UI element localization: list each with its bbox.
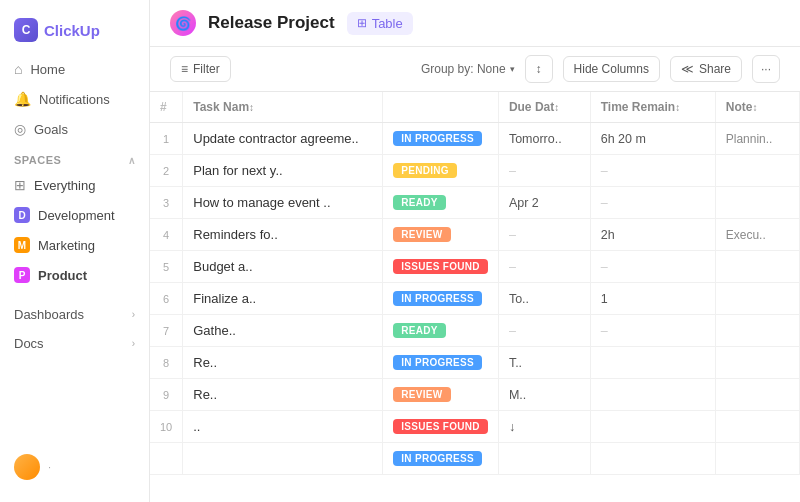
table-row[interactable]: 1Update contractor agreeme..IN PROGRESST…	[150, 123, 800, 155]
due-date-cell: –	[498, 315, 590, 347]
project-icon: 🌀	[170, 10, 196, 36]
task-name-cell[interactable]: Re..	[183, 379, 383, 411]
task-name-cell[interactable]: Plan for next y..	[183, 155, 383, 187]
sidebar-item-goals[interactable]: ◎ Goals	[0, 114, 149, 144]
app-logo[interactable]: C ClickUp	[0, 12, 149, 54]
status-badge: IN PROGRESS	[393, 291, 482, 306]
spaces-section-label: Spaces ∧	[0, 144, 149, 170]
user-avatar-area[interactable]: ·	[0, 444, 149, 490]
sidebar: C ClickUp ⌂ Home 🔔 Notifications ◎ Goals…	[0, 0, 150, 502]
notes-cell: Plannin..	[715, 123, 799, 155]
table-row[interactable]: 3How to manage event ..READYApr 2–	[150, 187, 800, 219]
row-number: 2	[150, 155, 183, 187]
row-number: 6	[150, 283, 183, 315]
row-number: 3	[150, 187, 183, 219]
table-row[interactable]: 8Re..IN PROGRESST..	[150, 347, 800, 379]
table-row[interactable]: 5Budget a..ISSUES FOUND––	[150, 251, 800, 283]
filter-label: Filter	[193, 62, 220, 76]
more-options-button[interactable]: ···	[752, 55, 780, 83]
filter-icon: ≡	[181, 62, 188, 76]
status-cell: IN PROGRESS	[383, 283, 499, 315]
space-label: Development	[38, 208, 115, 223]
due-date-cell	[498, 443, 590, 475]
sidebar-item-dashboards[interactable]: Dashboards ›	[0, 300, 149, 329]
task-name-cell[interactable]: Budget a..	[183, 251, 383, 283]
status-cell: IN PROGRESS	[383, 123, 499, 155]
col-task-name[interactable]: Task Nam↕	[183, 92, 383, 123]
avatar	[14, 454, 40, 480]
table-row[interactable]: 4Reminders fo..REVIEW–2hExecu..	[150, 219, 800, 251]
main-content: 🌀 Release Project ⊞ Table ≡ Filter Group…	[150, 0, 800, 502]
task-table-container: # Task Nam↕ Due Dat↕ Time Remain↕ Note↕ …	[150, 92, 800, 502]
group-by-label: Group by: None	[421, 62, 506, 76]
row-number: 4	[150, 219, 183, 251]
col-status	[383, 92, 499, 123]
status-badge: READY	[393, 323, 446, 338]
task-name-cell[interactable]: Finalize a..	[183, 283, 383, 315]
sidebar-item-home[interactable]: ⌂ Home	[0, 54, 149, 84]
time-remaining-cell	[590, 411, 715, 443]
status-badge: READY	[393, 195, 446, 210]
table-row[interactable]: 6Finalize a..IN PROGRESSTo..1	[150, 283, 800, 315]
time-remaining-cell: –	[590, 251, 715, 283]
task-name-cell[interactable]: How to manage event ..	[183, 187, 383, 219]
task-name-cell[interactable]: Reminders fo..	[183, 219, 383, 251]
task-name-cell[interactable]: Gathe..	[183, 315, 383, 347]
sidebar-item-development[interactable]: D Development	[0, 200, 149, 230]
sidebar-item-label: Notifications	[39, 92, 110, 107]
notes-cell	[715, 379, 799, 411]
task-name-cell[interactable]: Re..	[183, 347, 383, 379]
col-time-remaining[interactable]: Time Remain↕	[590, 92, 715, 123]
row-number	[150, 443, 183, 475]
task-name-cell[interactable]: ..	[183, 411, 383, 443]
due-date-cell: T..	[498, 347, 590, 379]
status-badge: REVIEW	[393, 227, 450, 242]
col-due-date[interactable]: Due Dat↕	[498, 92, 590, 123]
filter-button[interactable]: ≡ Filter	[170, 56, 231, 82]
logo-icon: C	[14, 18, 38, 42]
notes-cell	[715, 443, 799, 475]
table-header-row: # Task Nam↕ Due Dat↕ Time Remain↕ Note↕	[150, 92, 800, 123]
time-remaining-cell	[590, 443, 715, 475]
task-name-cell[interactable]: Update contractor agreeme..	[183, 123, 383, 155]
toolbar: ≡ Filter Group by: None ▾ ↕ Hide Columns…	[150, 47, 800, 92]
space-dot-product: P	[14, 267, 30, 283]
table-row[interactable]: 2Plan for next y..PENDING––	[150, 155, 800, 187]
task-table: # Task Nam↕ Due Dat↕ Time Remain↕ Note↕ …	[150, 92, 800, 475]
status-cell: PENDING	[383, 155, 499, 187]
notes-cell	[715, 347, 799, 379]
status-badge: IN PROGRESS	[393, 131, 482, 146]
bell-icon: 🔔	[14, 91, 31, 107]
time-remaining-cell	[590, 347, 715, 379]
table-icon: ⊞	[357, 16, 367, 30]
time-remaining-cell: 2h	[590, 219, 715, 251]
view-tab-table[interactable]: ⊞ Table	[347, 12, 413, 35]
time-remaining-cell	[590, 379, 715, 411]
share-button[interactable]: ≪ Share	[670, 56, 742, 82]
table-row[interactable]: 10..ISSUES FOUND↓	[150, 411, 800, 443]
status-badge: IN PROGRESS	[393, 451, 482, 466]
chevron-down-icon: ▾	[510, 64, 515, 74]
notes-cell	[715, 155, 799, 187]
sidebar-item-marketing[interactable]: M Marketing	[0, 230, 149, 260]
sidebar-item-docs[interactable]: Docs ›	[0, 329, 149, 358]
group-by-selector[interactable]: Group by: None ▾	[421, 62, 515, 76]
share-icon: ≪	[681, 62, 694, 76]
sidebar-item-everything[interactable]: ⊞ Everything	[0, 170, 149, 200]
notes-cell: Execu..	[715, 219, 799, 251]
sort-button[interactable]: ↕	[525, 55, 553, 83]
status-cell: ISSUES FOUND	[383, 251, 499, 283]
hide-columns-button[interactable]: Hide Columns	[563, 56, 660, 82]
sidebar-item-notifications[interactable]: 🔔 Notifications	[0, 84, 149, 114]
task-name-cell[interactable]	[183, 443, 383, 475]
notes-cell	[715, 411, 799, 443]
table-row[interactable]: 7Gathe..READY––	[150, 315, 800, 347]
status-cell: IN PROGRESS	[383, 347, 499, 379]
col-notes[interactable]: Note↕	[715, 92, 799, 123]
table-row[interactable]: IN PROGRESS	[150, 443, 800, 475]
sidebar-item-label: Home	[30, 62, 65, 77]
space-label: Product	[38, 268, 87, 283]
sidebar-item-product[interactable]: P Product	[0, 260, 149, 290]
table-row[interactable]: 9Re..REVIEWM..	[150, 379, 800, 411]
row-number: 7	[150, 315, 183, 347]
